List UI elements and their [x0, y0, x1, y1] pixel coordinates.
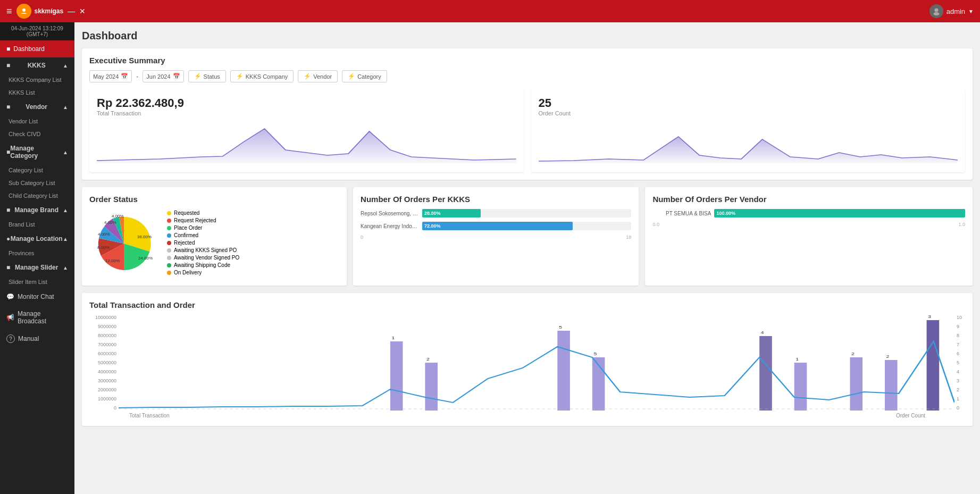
- executive-summary-card: Executive Summary May 2024 📅 - Jun 2024 …: [82, 48, 973, 180]
- sidebar-item-manage-broadcast[interactable]: 📢 Manage Broadcast: [0, 305, 74, 330]
- manage-location-chevron-icon: ▲: [63, 236, 68, 242]
- bar-row-kangean: Kangean Energy Indone... 72.00%: [361, 222, 631, 230]
- svg-text:5: 5: [559, 325, 562, 330]
- y-axis-right: 10 9 8 7 6 5 4 3 2 1 0: [954, 315, 965, 411]
- order-count-label: Order Count: [539, 110, 958, 116]
- sidebar-item-dashboard[interactable]: ■ Dashboard: [0, 40, 74, 57]
- svg-point-3: [933, 12, 939, 15]
- date-to-input[interactable]: Jun 2024 📅: [143, 70, 183, 82]
- total-transaction-value: Rp 22.362.480,9: [97, 96, 516, 110]
- filter-kkks-label: KKKS Company: [246, 73, 288, 80]
- svg-text:24.00%: 24.00%: [138, 256, 153, 261]
- svg-text:2: 2: [851, 351, 855, 356]
- legend-awaiting-kkks: Awaiting KKKS Signed PO: [167, 247, 239, 253]
- sidebar-item-kkks-company[interactable]: KKKS Company List: [0, 73, 74, 86]
- sidebar-section-kkks[interactable]: ■ KKKS ▲: [0, 57, 74, 73]
- legend-label-place-order: Place Order: [174, 225, 202, 231]
- sidebar-section-manage-location[interactable]: ● Manage Location ▲: [0, 231, 74, 247]
- order-sparkline: [539, 121, 958, 163]
- legend-dot-awaiting-vendor: [167, 256, 171, 260]
- avatar: [929, 4, 943, 18]
- date-separator: -: [136, 73, 138, 80]
- manage-broadcast-icon: 📢: [6, 314, 14, 321]
- y-left-5m: 5000000: [89, 360, 116, 365]
- y-right-6: 6: [957, 351, 965, 356]
- dashboard-icon: ■: [6, 45, 10, 53]
- manage-category-label: Manage Category: [10, 145, 63, 160]
- sidebar-item-check-civd[interactable]: Check CIVD: [0, 128, 74, 140]
- sidebar-section-manage-brand[interactable]: ■ Manage Brand ▲: [0, 202, 74, 218]
- y-left-2m: 2000000: [89, 387, 116, 392]
- layout: 04-Jun-2024 13:12:09 (GMT+7) ■ Dashboard…: [0, 22, 980, 494]
- filter-status-button[interactable]: ⚡ Status: [188, 70, 226, 82]
- svg-text:2: 2: [426, 357, 430, 362]
- legend-label-request-rejected: Request Rejected: [174, 217, 216, 223]
- legend-awaiting-vendor: Awaiting Vendor Signed PO: [167, 255, 239, 261]
- svg-text:3: 3: [928, 315, 931, 319]
- sidebar-item-provinces[interactable]: Provinces: [0, 247, 74, 259]
- monitor-chat-icon: 💬: [6, 293, 14, 300]
- sidebar-section-manage-slider[interactable]: ■ Manage Slider ▲: [0, 259, 74, 275]
- y-right-3: 3: [957, 378, 965, 383]
- filter-category-button[interactable]: ⚡ Category: [342, 70, 387, 82]
- y-right-10: 10: [957, 315, 965, 320]
- close-icon[interactable]: ✕: [79, 7, 86, 15]
- sidebar-item-manual[interactable]: ? Manual: [0, 330, 74, 348]
- sidebar-item-vendor-list[interactable]: Vendor List: [0, 115, 74, 128]
- sidebar-item-brand-list[interactable]: Brand List: [0, 218, 74, 231]
- date-from-input[interactable]: May 2024 📅: [89, 70, 132, 82]
- orders-per-vendor-title: Number Of Orders Per Vendor: [652, 195, 965, 204]
- manage-category-icon: ■: [6, 148, 10, 156]
- svg-text:4.00%: 4.00%: [104, 220, 116, 225]
- sidebar-item-category-list[interactable]: Category List: [0, 164, 74, 177]
- sidebar-item-sub-category-list[interactable]: Sub Category List: [0, 177, 74, 189]
- legend-label-awaiting-shipping: Awaiting Shipping Code: [174, 262, 230, 268]
- sidebar-item-child-category-list[interactable]: Child Category List: [0, 189, 74, 202]
- filter-vendor-label: Vendor: [313, 73, 332, 80]
- bar-track-pt-semua: 100.00%: [714, 209, 965, 217]
- sidebar-section-vendor[interactable]: ■ Vendor ▲: [0, 99, 74, 115]
- svg-point-2: [934, 9, 938, 12]
- order-count-value: 25: [539, 96, 958, 110]
- total-transaction-chart-title: Total Transaction and Order: [89, 300, 965, 309]
- admin-chevron-icon: ▼: [968, 9, 974, 14]
- date-to-value: Jun 2024: [146, 73, 170, 80]
- filter-vendor-button[interactable]: ⚡ Vendor: [298, 70, 338, 82]
- topbar-right: admin ▼: [929, 4, 974, 18]
- minus-icon[interactable]: —: [68, 7, 75, 15]
- sidebar-section-manage-category[interactable]: ■ Manage Category ▲: [0, 140, 74, 164]
- bar-label-repsol: Repsol Sokosemong, B.V.: [361, 211, 419, 216]
- pie-chart: 36.00% 24.00% 12.00% 8.00% 4.00% 4.00% 4…: [89, 209, 158, 278]
- y-right-4: 4: [957, 369, 965, 374]
- admin-label[interactable]: admin: [947, 7, 965, 15]
- filter-status-label: Status: [204, 73, 220, 80]
- svg-text:4.00%: 4.00%: [98, 232, 110, 237]
- filter-kkks-company-button[interactable]: ⚡ KKKS Company: [230, 70, 294, 82]
- manage-category-chevron-icon: ▲: [63, 149, 68, 155]
- y-right-5: 5: [957, 360, 965, 365]
- legend-awaiting-shipping: Awaiting Shipping Code: [167, 262, 239, 268]
- executive-summary-title: Executive Summary: [89, 56, 965, 65]
- bar-label-kangean: Kangean Energy Indone...: [361, 223, 419, 229]
- bar-fill-kangean: 72.00%: [422, 222, 573, 230]
- legend-dot-requested: [167, 211, 171, 215]
- svg-text:4.00%: 4.00%: [112, 214, 124, 219]
- logo-icon: [16, 4, 31, 19]
- y-left-6m: 6000000: [89, 351, 116, 356]
- svg-rect-19: [885, 360, 898, 411]
- orders-per-kkks-card: Number Of Orders Per KKKS Repsol Sokosem…: [353, 187, 639, 286]
- metrics-row: Rp 22.362.480,9 Total Transaction: [89, 89, 965, 172]
- legend-rejected: Rejected: [167, 240, 239, 246]
- sidebar-item-kkks-list[interactable]: KKKS List: [0, 86, 74, 99]
- total-transaction-card: Rp 22.362.480,9 Total Transaction: [89, 89, 524, 172]
- bar-row-repsol: Repsol Sokosemong, B.V. 28.00%: [361, 209, 631, 217]
- y-left-10m: 10000000: [89, 315, 116, 320]
- legend-dot-awaiting-kkks: [167, 248, 171, 253]
- sidebar-item-slider-list[interactable]: Slider Item List: [0, 275, 74, 288]
- sidebar-item-monitor-chat[interactable]: 💬 Monitor Chat: [0, 288, 74, 305]
- y-right-2: 2: [957, 387, 965, 392]
- y-right-8: 8: [957, 333, 965, 338]
- hamburger-icon[interactable]: ≡: [6, 6, 12, 17]
- y-left-4m: 4000000: [89, 369, 116, 374]
- manual-icon: ?: [6, 334, 15, 343]
